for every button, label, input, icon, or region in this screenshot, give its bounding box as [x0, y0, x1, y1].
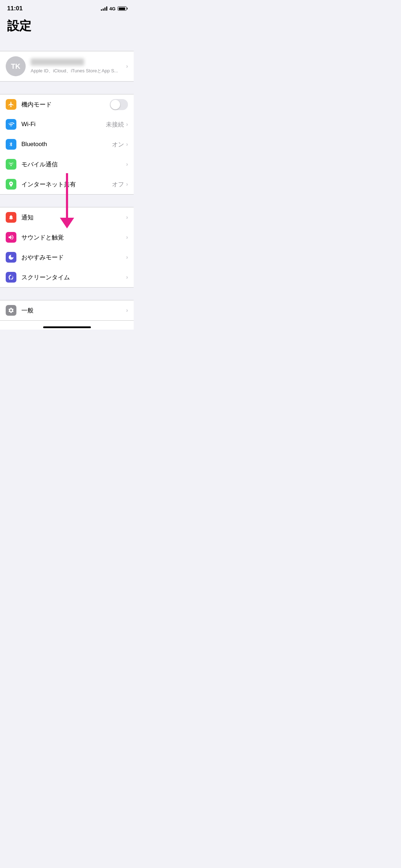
wifi-row[interactable]: Wi-Fi 未接続 › [0, 114, 134, 134]
home-bar [43, 326, 91, 328]
home-indicator [0, 324, 134, 330]
hotspot-icon [6, 179, 16, 190]
screentime-icon [6, 272, 16, 283]
wifi-value: 未接続 [106, 120, 124, 129]
hotspot-label: インターネット共有 [21, 180, 112, 188]
notifications-row[interactable]: 通知 › [0, 207, 134, 227]
general-label: 一般 [21, 306, 126, 315]
donotdisturb-row[interactable]: おやすみモード › [0, 247, 134, 267]
toggle-thumb [110, 100, 120, 109]
status-time: 11:01 [7, 5, 22, 12]
notifications-icon [6, 212, 16, 223]
airplane-icon [6, 99, 16, 110]
cellular-label: モバイル通信 [21, 160, 126, 169]
section-gap-3 [0, 195, 134, 207]
settings-group-general: 一般 › [0, 300, 134, 321]
network-label: 4G [109, 6, 115, 11]
bluetooth-value: オン [112, 140, 124, 149]
avatar: TK [6, 56, 26, 76]
airplane-mode-row[interactable]: 機内モード [0, 94, 134, 114]
screentime-chevron: › [126, 274, 128, 280]
notifications-label: 通知 [21, 213, 126, 222]
sounds-label: サウンドと触覚 [21, 233, 126, 242]
settings-group-connectivity: 機内モード Wi-Fi 未接続 › Bluetooth オン › [0, 94, 134, 195]
cellular-chevron: › [126, 161, 128, 167]
section-gap-4 [0, 288, 134, 300]
hotspot-row[interactable]: インターネット共有 オフ › [0, 174, 134, 194]
profile-info: Apple ID、iCloud、iTunes StoreとApp S... [31, 58, 126, 74]
battery-icon [118, 6, 127, 11]
donotdisturb-chevron: › [126, 254, 128, 260]
airplane-label: 機内モード [21, 100, 110, 109]
cellular-icon [6, 159, 16, 170]
section-gap-2 [0, 82, 134, 94]
page-title-section: 設定 [0, 15, 134, 38]
signal-icon [101, 6, 107, 11]
bluetooth-label: Bluetooth [21, 141, 112, 148]
profile-name-blurred [31, 58, 84, 66]
wifi-icon [6, 119, 16, 130]
profile-chevron: › [126, 63, 128, 69]
general-icon [6, 305, 16, 316]
hotspot-chevron: › [126, 181, 128, 187]
settings-group-notifications: 通知 › サウンドと触覚 › おやすみモード › スクリーンタイム [0, 207, 134, 288]
status-bar: 11:01 4G [0, 0, 134, 15]
donotdisturb-label: おやすみモード [21, 253, 126, 262]
wifi-label: Wi-Fi [21, 121, 106, 128]
general-chevron: › [126, 307, 128, 314]
notifications-chevron: › [126, 214, 128, 221]
general-row[interactable]: 一般 › [0, 300, 134, 320]
screentime-row[interactable]: スクリーンタイム › [0, 267, 134, 287]
sounds-chevron: › [126, 234, 128, 241]
bluetooth-icon [6, 139, 16, 150]
cellular-row[interactable]: モバイル通信 › [0, 154, 134, 174]
sounds-row[interactable]: サウンドと触覚 › [0, 227, 134, 247]
profile-row[interactable]: TK Apple ID、iCloud、iTunes StoreとApp S...… [0, 51, 134, 82]
page-title: 設定 [7, 18, 127, 34]
donotdisturb-icon [6, 252, 16, 263]
section-gap-1 [0, 38, 134, 51]
hotspot-value: オフ [112, 180, 124, 188]
svg-point-0 [11, 165, 12, 166]
airplane-toggle[interactable] [110, 99, 128, 110]
sounds-icon [6, 232, 16, 243]
bluetooth-chevron: › [126, 141, 128, 148]
screentime-label: スクリーンタイム [21, 273, 126, 281]
status-icons: 4G [101, 6, 127, 11]
profile-subtitle: Apple ID、iCloud、iTunes StoreとApp S... [31, 68, 126, 74]
wifi-chevron: › [126, 121, 128, 128]
home-indicator-area [0, 321, 134, 330]
bluetooth-row[interactable]: Bluetooth オン › [0, 134, 134, 154]
